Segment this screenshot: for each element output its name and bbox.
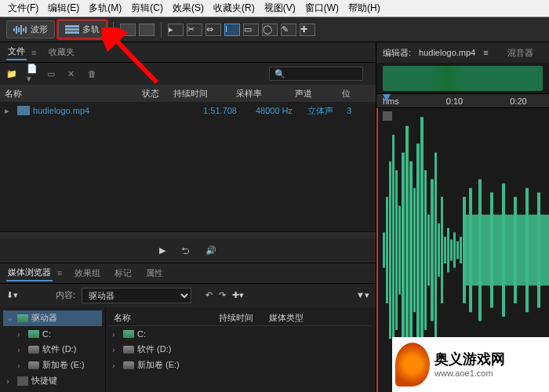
tool-slip[interactable]: ⇔ bbox=[205, 24, 221, 36]
trash-icon[interactable]: 🗑 bbox=[88, 68, 100, 79]
multitrack-mode-button[interactable]: 多轨 bbox=[58, 20, 107, 38]
drive-select[interactable]: 驱动器 bbox=[82, 288, 191, 303]
svg-rect-6 bbox=[65, 25, 79, 27]
menu-clip[interactable]: 剪辑(C) bbox=[126, 0, 168, 16]
separator bbox=[161, 22, 162, 38]
col-duration[interactable]: 持续时间 bbox=[169, 88, 231, 100]
tree-drives[interactable]: ⌄驱动器 bbox=[3, 310, 102, 326]
col-pos[interactable]: 位 bbox=[337, 88, 361, 100]
volume-button[interactable]: 🔊 bbox=[205, 245, 216, 256]
watermark: 奥义游戏网 www.aoe1.com bbox=[392, 337, 549, 392]
menu-file[interactable]: 文件(F) bbox=[3, 0, 43, 16]
file-pos: 3 bbox=[347, 106, 351, 115]
search-input[interactable] bbox=[269, 67, 363, 81]
new-icon[interactable]: ✚▾ bbox=[232, 290, 244, 300]
menu-window[interactable]: 窗口(W) bbox=[300, 0, 344, 16]
tab-markers[interactable]: 标记 bbox=[113, 266, 133, 281]
tree-drive-c[interactable]: ›C: bbox=[3, 326, 102, 342]
open-file-icon[interactable]: 📁 bbox=[6, 68, 19, 79]
watermark-title: 奥义游戏网 bbox=[434, 351, 505, 368]
svg-rect-33 bbox=[460, 237, 462, 263]
svg-rect-3 bbox=[20, 25, 22, 34]
svg-rect-10 bbox=[383, 232, 385, 267]
waveform-mode-button[interactable]: 波形 bbox=[6, 20, 55, 38]
svg-rect-8 bbox=[65, 31, 79, 34]
col-rate[interactable]: 采样率 bbox=[231, 88, 290, 100]
svg-rect-24 bbox=[431, 180, 434, 321]
drive-icon bbox=[123, 330, 134, 338]
file-row[interactable]: ▸ hudielogo.mp4 1:51.708 48000 Hz 立体声 3 bbox=[0, 102, 376, 119]
panel-menu-icon[interactable]: ≡ bbox=[483, 48, 488, 57]
tool-razor[interactable]: ✂ bbox=[187, 24, 202, 36]
svg-rect-12 bbox=[389, 162, 391, 339]
tab-effects-rack[interactable]: 效果组 bbox=[73, 266, 102, 281]
watermark-url: www.aoe1.com bbox=[434, 368, 505, 378]
tree-drive-e[interactable]: ›新加卷 (E:) bbox=[3, 358, 102, 373]
back-icon[interactable]: ↶ bbox=[205, 290, 213, 300]
record-icon[interactable]: ▭ bbox=[47, 68, 60, 79]
tool-brush[interactable]: ✎ bbox=[281, 24, 296, 36]
loop-button[interactable]: ⮌ bbox=[181, 246, 190, 256]
content-drive-e[interactable]: ›新加卷 (E:) bbox=[109, 358, 373, 373]
menu-bar: 文件(F) 编辑(E) 多轨(M) 剪辑(C) 效果(S) 收藏夹(R) 视图(… bbox=[0, 0, 549, 17]
svg-rect-41 bbox=[525, 188, 529, 312]
download-icon[interactable]: ⬇▾ bbox=[6, 290, 18, 300]
files-panel-tabs: 文件 ≡ 收藏夹 bbox=[0, 42, 376, 63]
svg-rect-38 bbox=[490, 192, 493, 307]
import-icon[interactable]: 📄▾ bbox=[27, 68, 39, 79]
browser-content: 名称 持续时间 媒体类型 ›C: ›软件 (D:) ›新加卷 (E:) bbox=[106, 307, 376, 393]
svg-rect-15 bbox=[398, 205, 401, 294]
content-drive-c[interactable]: ›C: bbox=[109, 326, 373, 342]
svg-rect-31 bbox=[453, 232, 456, 267]
waveform-overview[interactable] bbox=[376, 63, 549, 94]
menu-favorites[interactable]: 收藏夹(R) bbox=[209, 0, 260, 16]
video-file-icon bbox=[17, 106, 30, 115]
editor-filename: hudielogo.mp4 bbox=[419, 48, 475, 57]
file-channels: 立体声 bbox=[307, 105, 347, 117]
panel-menu-icon[interactable]: ≡ bbox=[31, 48, 36, 57]
spectral-freq-button[interactable] bbox=[120, 24, 136, 36]
panel-menu-icon[interactable]: ≡ bbox=[57, 268, 62, 278]
col-name[interactable]: 名称 bbox=[0, 88, 137, 100]
spectral-pitch-button[interactable] bbox=[139, 24, 155, 36]
col-channels[interactable]: 声道 bbox=[290, 88, 337, 100]
menu-multitrack[interactable]: 多轨(M) bbox=[84, 0, 126, 16]
expand-icon[interactable]: ▸ bbox=[5, 106, 14, 116]
tree-shortcuts[interactable]: ›快捷键 bbox=[3, 373, 102, 389]
tab-properties[interactable]: 属性 bbox=[144, 266, 165, 281]
play-button[interactable]: ▶ bbox=[159, 245, 165, 256]
forward-icon[interactable]: ↷ bbox=[219, 290, 226, 300]
tab-mixer[interactable]: 混音器 bbox=[507, 47, 533, 59]
col-duration[interactable]: 持续时间 bbox=[219, 312, 253, 324]
waveform-icon bbox=[13, 24, 27, 35]
filter-icon[interactable]: ▼▾ bbox=[356, 290, 369, 300]
menu-view[interactable]: 视图(V) bbox=[260, 0, 300, 16]
scrollbar[interactable] bbox=[0, 231, 376, 239]
tool-move[interactable]: ▸ bbox=[168, 24, 184, 36]
svg-rect-7 bbox=[65, 28, 79, 31]
col-status[interactable]: 状态 bbox=[137, 88, 169, 100]
svg-rect-18 bbox=[409, 162, 413, 339]
menu-effects[interactable]: 效果(S) bbox=[168, 0, 209, 16]
tab-files[interactable]: 文件 bbox=[6, 44, 27, 60]
file-list: ▸ hudielogo.mp4 1:51.708 48000 Hz 立体声 3 bbox=[0, 102, 376, 231]
tool-marquee[interactable]: ▭ bbox=[243, 24, 259, 36]
tree-drive-d[interactable]: ›软件 (D:) bbox=[3, 342, 102, 358]
timeline-ruler[interactable]: hms 0:10 0:20 bbox=[376, 94, 549, 108]
toolbar: 波形 多轨 ▸ ✂ ⇔ I ▭ ◯ ✎ ✚ bbox=[0, 17, 549, 42]
multitrack-label: 多轨 bbox=[82, 24, 100, 35]
menu-help[interactable]: 帮助(H) bbox=[344, 0, 385, 16]
search-box[interactable] bbox=[269, 67, 363, 81]
tab-favorites[interactable]: 收藏夹 bbox=[47, 45, 76, 60]
col-name[interactable]: 名称 bbox=[109, 312, 219, 324]
tool-lasso[interactable]: ◯ bbox=[262, 24, 278, 36]
disk-icon bbox=[123, 361, 134, 369]
tab-media-browser[interactable]: 媒体浏览器 bbox=[6, 265, 53, 281]
col-type[interactable]: 媒体类型 bbox=[269, 312, 304, 324]
tool-time-select[interactable]: I bbox=[224, 24, 240, 36]
content-drive-d[interactable]: ›软件 (D:) bbox=[109, 342, 373, 358]
tool-heal[interactable]: ✚ bbox=[300, 24, 315, 36]
close-icon[interactable]: ✕ bbox=[67, 68, 80, 79]
channel-toggle[interactable] bbox=[383, 111, 392, 121]
menu-edit[interactable]: 编辑(E) bbox=[43, 0, 84, 16]
